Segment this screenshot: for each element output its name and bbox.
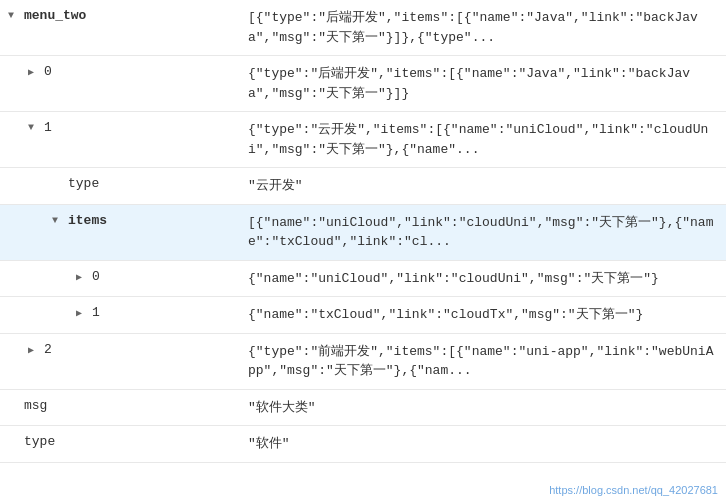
value-cell: [{"name":"uniCloud","link":"cloudUni","m… [240,209,726,256]
key-cell: items [0,209,240,232]
value-cell: "软件大类" [240,394,726,422]
key-label: 0 [44,64,52,79]
key-label: 1 [92,305,100,320]
key-cell: msg [0,394,240,417]
value-cell: "软件" [240,430,726,458]
key-cell: 2 [0,338,240,361]
key-label: 0 [92,269,100,284]
toggle-arrow[interactable] [8,8,22,21]
toggle-arrow[interactable] [76,305,90,319]
key-label: msg [24,398,47,413]
tree-row: menu_two[{"type":"后端开发","items":[{"name"… [0,0,726,56]
json-tree: menu_two[{"type":"后端开发","items":[{"name"… [0,0,726,463]
tree-row: 1{"type":"云开发","items":[{"name":"uniClou… [0,112,726,168]
key-cell: 0 [0,60,240,83]
key-cell: 0 [0,265,240,288]
key-cell: 1 [0,116,240,139]
key-cell: menu_two [0,4,240,27]
key-cell: 1 [0,301,240,324]
value-cell: {"name":"txCloud","link":"cloudTx","msg"… [240,301,726,329]
tree-row: msg"软件大类" [0,390,726,427]
toggle-arrow[interactable] [76,269,90,283]
toggle-arrow[interactable] [52,213,66,226]
value-cell: {"type":"云开发","items":[{"name":"uniCloud… [240,116,726,163]
tree-row: 0{"type":"后端开发","items":[{"name":"Java",… [0,56,726,112]
watermark: https://blog.csdn.net/qq_42027681 [549,484,718,496]
key-label: 2 [44,342,52,357]
key-label: items [68,213,107,228]
tree-row: 0{"name":"uniCloud","link":"cloudUni","m… [0,261,726,298]
toggle-arrow[interactable] [28,64,42,78]
value-cell: {"type":"后端开发","items":[{"name":"Java","… [240,60,726,107]
toggle-arrow[interactable] [28,342,42,356]
key-label: type [24,434,55,449]
tree-row: type"软件" [0,426,726,463]
key-label: 1 [44,120,52,135]
value-cell: {"name":"uniCloud","link":"cloudUni","ms… [240,265,726,293]
key-cell: type [0,430,240,453]
value-cell: "云开发" [240,172,726,200]
key-cell: type [0,172,240,195]
key-label: menu_two [24,8,86,23]
tree-row: 2{"type":"前端开发","items":[{"name":"uni-ap… [0,334,726,390]
value-cell: [{"type":"后端开发","items":[{"name":"Java",… [240,4,726,51]
toggle-arrow[interactable] [28,120,42,133]
tree-row: type"云开发" [0,168,726,205]
tree-row: items[{"name":"uniCloud","link":"cloudUn… [0,205,726,261]
key-label: type [68,176,99,191]
tree-row: 1{"name":"txCloud","link":"cloudTx","msg… [0,297,726,334]
value-cell: {"type":"前端开发","items":[{"name":"uni-app… [240,338,726,385]
